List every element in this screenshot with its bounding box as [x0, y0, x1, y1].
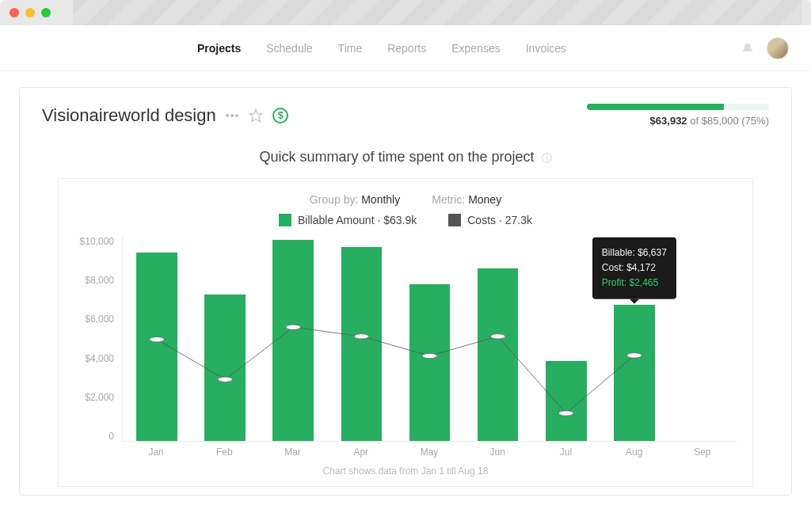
window-max-dot[interactable]	[41, 8, 51, 17]
y-tick: $4,000	[74, 353, 114, 364]
page-title: Visionaireworld design	[42, 105, 216, 126]
nav-item-expenses[interactable]: Expenses	[451, 42, 500, 55]
favorite-star-icon[interactable]	[249, 108, 263, 123]
notifications-icon[interactable]	[741, 42, 754, 55]
x-tick: Jul	[531, 446, 600, 458]
line-point[interactable]	[490, 334, 505, 339]
line-point[interactable]	[218, 377, 233, 382]
window-min-dot[interactable]	[25, 8, 35, 17]
avatar[interactable]	[767, 37, 789, 59]
x-tick: Jan	[122, 446, 190, 458]
info-icon[interactable]: ⓘ	[542, 152, 552, 164]
y-tick: 0	[74, 431, 114, 442]
y-axis: $10,000$8,000$6,000$4,000$2,0000	[74, 236, 122, 442]
chart-title: Quick summary of time spent on the proje…	[58, 149, 753, 165]
money-badge-icon[interactable]: $	[272, 108, 288, 124]
budget-summary: $63,932 of $85,000 (75%)	[579, 104, 769, 127]
legend-costs[interactable]: Costs · 27.3k	[448, 214, 532, 226]
x-tick: Aug	[600, 446, 668, 458]
x-tick: Mar	[258, 446, 326, 458]
line-point[interactable]	[150, 337, 165, 342]
line-point[interactable]	[286, 325, 301, 329]
nav-item-reports[interactable]: Reports	[387, 42, 426, 55]
budget-percent: (75%)	[741, 115, 769, 127]
y-tick: $10,000	[74, 236, 114, 247]
x-tick: May	[395, 446, 463, 458]
budget-spent: $63,932	[650, 115, 687, 127]
x-tick: Sep	[668, 446, 737, 458]
chart-caption: Chart shows data from Jan 1 till Aug 18	[74, 466, 737, 477]
svg-marker-0	[250, 109, 262, 121]
y-tick: $8,000	[74, 275, 114, 286]
x-tick: Feb	[190, 446, 258, 458]
legend-billable[interactable]: Billable Amount · $63.9k	[279, 214, 417, 226]
more-icon[interactable]: •••	[226, 109, 240, 122]
line-point[interactable]	[422, 353, 437, 358]
metric-control[interactable]: Metric: Money	[432, 193, 501, 206]
nav-item-time[interactable]: Time	[338, 42, 363, 55]
project-card: Visionaireworld design ••• $ $63,932 of …	[19, 87, 792, 496]
nav-item-projects[interactable]: Projects	[197, 42, 241, 55]
chart-tooltip: Billable: $6,637 Cost: $4,172 Profit: $2…	[592, 238, 676, 299]
group-by-control[interactable]: Group by: Monthly	[310, 193, 400, 206]
y-tick: $6,000	[74, 314, 114, 325]
x-tick: Apr	[327, 446, 395, 458]
chart-area[interactable]: $10,000$8,000$6,000$4,000$2,0000 Billabl…	[74, 236, 737, 442]
y-tick: $2,000	[74, 392, 114, 403]
nav-item-schedule[interactable]: Schedule	[266, 42, 312, 55]
cost-line	[157, 327, 634, 413]
nav-item-invoices[interactable]: Invoices	[526, 42, 566, 55]
x-tick: Jun	[463, 446, 531, 458]
line-point[interactable]	[627, 353, 642, 358]
budget-progress-bar	[587, 104, 769, 110]
browser-chrome	[0, 0, 811, 25]
line-point[interactable]	[354, 334, 369, 339]
window-close-dot[interactable]	[10, 8, 19, 17]
top-nav: ProjectsScheduleTimeReportsExpensesInvoi…	[0, 25, 811, 71]
line-point[interactable]	[558, 411, 573, 416]
x-axis: JanFebMarAprMayJunJulAugSep	[122, 446, 737, 458]
budget-total: $85,000	[702, 115, 739, 127]
